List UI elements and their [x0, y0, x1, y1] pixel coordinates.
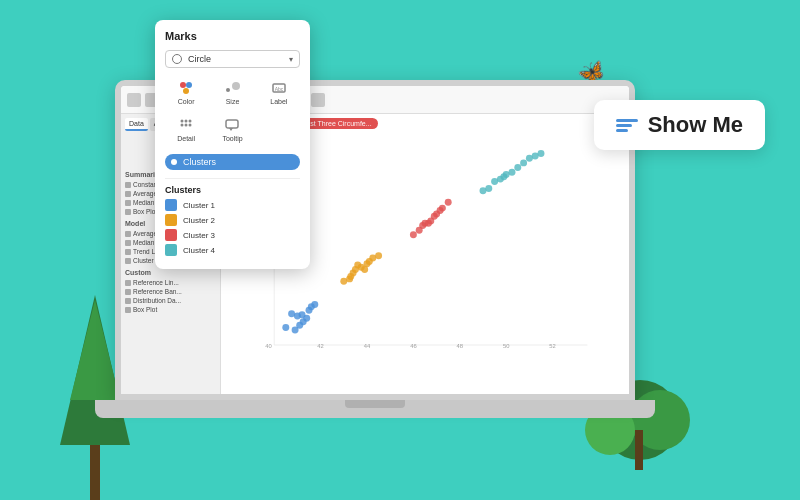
custom-title: Custom: [125, 269, 216, 276]
sidebar-distribution[interactable]: Distribution Da...: [125, 296, 216, 305]
clusters-section: Clusters Cluster 1 Cluster 2 Cluster 3 C…: [165, 178, 300, 256]
marks-detail-button[interactable]: Detail: [165, 113, 207, 146]
cluster-3-color: [165, 229, 177, 241]
svg-point-48: [514, 164, 521, 171]
svg-point-66: [189, 124, 192, 127]
show-me-line-3: [616, 129, 628, 132]
svg-point-58: [186, 82, 192, 88]
svg-point-53: [509, 169, 516, 176]
cluster-1-label: Cluster 1: [183, 201, 215, 210]
svg-point-57: [180, 82, 186, 88]
svg-point-69: [189, 120, 192, 123]
clusters-pill[interactable]: Clusters: [165, 154, 300, 170]
svg-point-43: [425, 220, 432, 227]
marks-label-button[interactable]: Abc Label: [258, 76, 300, 109]
svg-point-33: [347, 273, 354, 280]
svg-point-30: [354, 261, 361, 268]
svg-text:48: 48: [457, 343, 463, 349]
svg-text:40: 40: [265, 343, 271, 349]
svg-point-61: [232, 82, 240, 90]
sidebar-ref-band[interactable]: Reference Ban...: [125, 287, 216, 296]
svg-point-42: [431, 213, 438, 220]
cluster-2-color: [165, 214, 177, 226]
color-label: Color: [178, 98, 195, 105]
laptop-base: [95, 400, 655, 418]
svg-point-31: [366, 258, 373, 265]
svg-point-19: [308, 303, 315, 310]
cluster-item-3: Cluster 3: [165, 229, 300, 241]
marks-size-button[interactable]: Size: [211, 76, 253, 109]
svg-point-32: [361, 266, 368, 273]
marks-panel: Marks Circle ▾ Color: [155, 20, 310, 269]
svg-point-16: [288, 310, 295, 317]
marks-tooltip-button[interactable]: Tooltip: [211, 113, 253, 146]
toolbar-icon-7: [311, 93, 325, 107]
marks-buttons-grid: Color Size Abc Label: [165, 76, 300, 146]
svg-text:52: 52: [549, 343, 555, 349]
cluster-2-label: Cluster 2: [183, 216, 215, 225]
cluster-item-1: Cluster 1: [165, 199, 300, 211]
show-me-label: Show Me: [648, 112, 743, 138]
svg-point-11: [282, 324, 289, 331]
sidebar-box-plot-2[interactable]: Box Plot: [125, 305, 216, 314]
svg-text:42: 42: [317, 343, 323, 349]
svg-point-68: [185, 120, 188, 123]
label-label: Label: [270, 98, 287, 105]
marks-dropdown-label: Circle: [188, 54, 211, 64]
svg-point-54: [500, 173, 507, 180]
marks-panel-title: Marks: [165, 30, 300, 42]
clusters-section-title: Clusters: [165, 185, 300, 195]
svg-point-60: [226, 88, 230, 92]
svg-point-50: [485, 185, 492, 192]
show-me-icon: [616, 119, 638, 132]
svg-point-18: [296, 322, 303, 329]
svg-text:Abc: Abc: [275, 86, 284, 92]
svg-point-51: [520, 159, 527, 166]
svg-point-64: [181, 124, 184, 127]
svg-point-59: [183, 88, 189, 94]
size-icon: [224, 80, 240, 96]
svg-point-65: [185, 124, 188, 127]
tooltip-label: Tooltip: [222, 135, 242, 142]
toolbar-icon-1: [127, 93, 141, 107]
svg-point-40: [445, 199, 452, 206]
svg-text:50: 50: [503, 343, 509, 349]
clusters-pill-label: Clusters: [183, 157, 216, 167]
detail-label: Detail: [177, 135, 195, 142]
label-icon: Abc: [271, 80, 287, 96]
show-me-line-2: [616, 124, 632, 127]
cluster-3-label: Cluster 3: [183, 231, 215, 240]
tooltip-icon: [224, 117, 240, 133]
cluster-item-4: Cluster 4: [165, 244, 300, 256]
tab-data[interactable]: Data: [125, 118, 148, 131]
cluster-1-color: [165, 199, 177, 211]
detail-icon: [178, 117, 194, 133]
clusters-dot-icon: [171, 159, 177, 165]
marks-color-button[interactable]: Color: [165, 76, 207, 109]
dropdown-arrow-icon: ▾: [289, 55, 293, 64]
show-me-button[interactable]: Show Me: [594, 100, 765, 150]
circle-type-icon: [172, 54, 182, 64]
sidebar-ref-line[interactable]: Reference Lin...: [125, 278, 216, 287]
svg-text:46: 46: [410, 343, 416, 349]
cluster-4-label: Cluster 4: [183, 246, 215, 255]
size-label: Size: [226, 98, 240, 105]
show-me-line-1: [616, 119, 638, 122]
cluster-item-2: Cluster 2: [165, 214, 300, 226]
svg-marker-71: [229, 128, 233, 131]
svg-point-34: [410, 231, 417, 238]
svg-text:44: 44: [364, 343, 371, 349]
svg-rect-70: [226, 120, 238, 128]
svg-point-44: [437, 207, 444, 214]
marks-type-dropdown[interactable]: Circle ▾: [165, 50, 300, 68]
cluster-4-color: [165, 244, 177, 256]
svg-point-56: [538, 150, 545, 157]
color-icon: [178, 80, 194, 96]
svg-point-67: [181, 120, 184, 123]
svg-point-21: [299, 311, 306, 318]
